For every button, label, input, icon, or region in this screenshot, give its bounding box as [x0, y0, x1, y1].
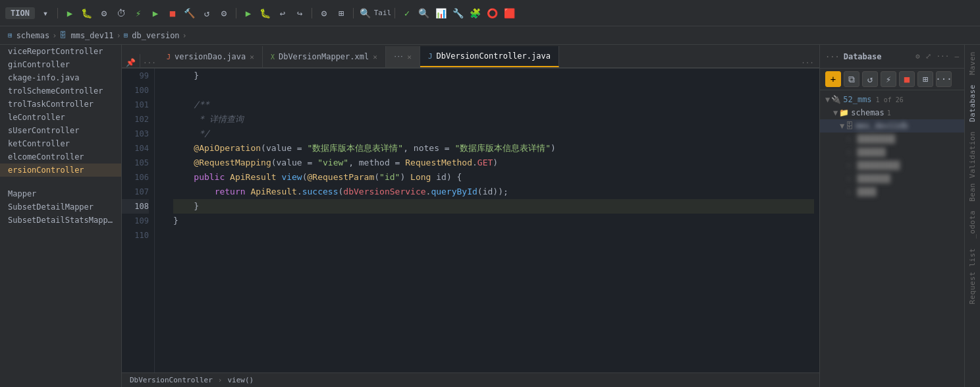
toolbar: TION ▾ ▶ 🐛 ⚙ ⏱ ⚡ ▶ ■ 🔨 ↺ ⚙ ▶ 🐛 ↩ ↪ ⚙ ⊞ 🔍…	[0, 0, 980, 26]
line-num-101: 101	[122, 98, 149, 112]
code-line-105: @RequestMapping(value = "view", method =…	[173, 156, 814, 170]
vtab-beanvalidation[interactable]: Bean Validation	[966, 127, 979, 206]
db-sub2-label: ██████	[857, 148, 885, 157]
tab-blurred[interactable]: ··· ✕	[386, 46, 420, 67]
sidebar-item-8[interactable]: elcomeController	[0, 150, 121, 164]
run-icon[interactable]: ▶	[63, 7, 76, 20]
profile-icon[interactable]: ⏱	[115, 7, 128, 20]
sidebar-item-2[interactable]: ckage-info.java	[0, 71, 121, 84]
db-sub4-arrow: ›	[846, 174, 851, 183]
status-controller: DbVersionController	[130, 376, 213, 384]
settings2-icon[interactable]: ⚙	[317, 7, 331, 20]
build-icon[interactable]: 🔨	[183, 7, 196, 20]
sidebar-item-7[interactable]: ketController	[0, 137, 121, 150]
gutter	[155, 69, 168, 372]
run2-icon[interactable]: ⚡	[132, 7, 145, 20]
pin-icon[interactable]: 📌	[122, 58, 140, 67]
panel-more-icon[interactable]: ···	[937, 52, 950, 61]
file-sidebar: viceReportController ginController ckage…	[0, 45, 122, 387]
coverage-icon[interactable]: ⚙	[97, 7, 111, 20]
vtab-requestlist[interactable]: Request list	[966, 244, 979, 308]
stop-icon[interactable]: ■	[166, 7, 179, 20]
db-more-button[interactable]: ···	[936, 71, 952, 87]
tab-dbversionmapper[interactable]: X DbVersionMapper.xml ✕	[263, 46, 386, 67]
db-mmsdev11-row[interactable]: ▼ 🗄 mms_dev11db	[820, 119, 964, 133]
breadcrumb-version[interactable]: db_version	[132, 31, 179, 40]
tab-java-icon-0: J	[167, 53, 171, 61]
db-root-row[interactable]: ▼ 🔌 52_mms 1 of 26	[820, 93, 964, 106]
forward-icon[interactable]: ↪	[293, 7, 306, 20]
sidebar-item-3[interactable]: trolSchemeController	[0, 84, 121, 98]
tab-close-1[interactable]: ✕	[373, 53, 377, 61]
sidebar-item-11[interactable]: SubsetDetailMapper	[0, 200, 121, 214]
db-mmsdev11-arrow: ▼	[840, 121, 844, 131]
breadcrumb-schemas[interactable]: schemas	[16, 31, 50, 40]
panel-close-icon[interactable]: —	[954, 52, 959, 61]
toolbar-dropdown[interactable]: ▾	[39, 7, 52, 20]
line-num-100: 100	[122, 83, 149, 98]
plugin3-icon[interactable]: ⭕	[486, 7, 499, 20]
sidebar-item-6[interactable]: sUserController	[0, 124, 121, 137]
tab-end-icon[interactable]: ···	[796, 59, 819, 67]
tab-close-2[interactable]: ✕	[407, 53, 412, 61]
db-schemas-label: schemas	[851, 108, 885, 117]
toolbar-separator-2	[236, 8, 236, 18]
sidebar-item-12[interactable]: SubsetDetailStatsMapper	[0, 214, 121, 227]
status-sep: ›	[218, 376, 223, 384]
tab-more-icon[interactable]: ···	[140, 59, 159, 67]
tab-close-0[interactable]: ✕	[250, 53, 254, 61]
sidebar-item-9[interactable]: ersionController	[0, 164, 121, 177]
chart-icon[interactable]: 📊	[435, 7, 448, 20]
tail-label[interactable]: Tail	[376, 7, 389, 20]
sidebar-item-4[interactable]: trolTaskController	[0, 98, 121, 111]
code-editor: 99 100 101 102 103 104 105 106 107 108 1…	[122, 69, 819, 372]
grid-icon[interactable]: ⊞	[335, 7, 348, 20]
panel-settings-icon[interactable]: ⚙	[915, 52, 920, 61]
plugin4-icon[interactable]: 🟥	[503, 7, 516, 20]
sidebar-item-0[interactable]: viceReportController	[0, 45, 121, 58]
debug2-icon[interactable]: 🐛	[259, 7, 272, 20]
db-stop-button[interactable]: ■	[899, 71, 915, 87]
sync-icon[interactable]: ↺	[200, 7, 213, 20]
back-icon[interactable]: ↩	[276, 7, 289, 20]
panel-dots: ···	[825, 52, 840, 61]
tab-label-1: DbVersionMapper.xml	[279, 52, 369, 61]
db-copy-button[interactable]: ⧉	[844, 71, 859, 87]
tab-versiondao[interactable]: J versionDao.java ✕	[159, 46, 263, 67]
line-num-99: 99	[122, 69, 149, 83]
schema-icon: ⊞	[8, 31, 13, 40]
vertical-tabs: Maven Database Bean Validation _odota Re…	[964, 45, 980, 387]
line-num-103: 103	[122, 127, 149, 141]
vtab-database[interactable]: Database	[966, 80, 979, 126]
breadcrumb-sep-1: ›	[52, 31, 57, 40]
code-content[interactable]: } /** * 详情查询 */ @ApiOperation(value = "数…	[168, 69, 819, 372]
panel-expand-icon[interactable]: ⤢	[925, 52, 931, 61]
debug-icon[interactable]: 🐛	[80, 7, 94, 20]
db-sub2-arrow: ›	[846, 148, 851, 157]
editor-area: 📌 ··· J versionDao.java ✕ X DbVersionMap…	[122, 45, 819, 387]
db-schemas-row[interactable]: ▼ 📁 schemas 1	[820, 106, 964, 119]
sidebar-item-5[interactable]: leController	[0, 111, 121, 124]
db-table-button[interactable]: ⊞	[917, 71, 933, 87]
db-add-button[interactable]: +	[825, 71, 841, 87]
search2-icon[interactable]: 🔍	[418, 7, 431, 20]
tab-icon-active: J	[428, 52, 433, 61]
sidebar-item-10[interactable]: Mapper	[0, 187, 121, 200]
run3-icon[interactable]: ▶	[149, 7, 162, 20]
plugin2-icon[interactable]: 🧩	[469, 7, 482, 20]
sidebar-item-1[interactable]: ginController	[0, 58, 121, 71]
check-icon[interactable]: ✓	[400, 7, 414, 20]
tab-dbversioncontroller[interactable]: J DbVersionController.java	[420, 46, 559, 67]
code-line-106: public ApiResult view(@RequestParam("id"…	[173, 170, 814, 185]
vtab-odota[interactable]: _odota	[966, 206, 979, 243]
search-icon[interactable]: 🔍	[359, 7, 372, 20]
plugin1-icon[interactable]: 🔧	[452, 7, 465, 20]
run4-icon[interactable]: ▶	[242, 7, 255, 20]
panel-header: ··· Database ⚙ ⤢ ··· —	[820, 45, 964, 69]
settings-icon[interactable]: ⚙	[217, 7, 231, 20]
db-refresh-button[interactable]: ↺	[862, 71, 878, 87]
breadcrumb-db[interactable]: mms_dev11	[70, 31, 113, 40]
db-sync-button[interactable]: ⚡	[881, 71, 896, 87]
vtab-maven[interactable]: Maven	[966, 47, 979, 79]
database-panel: ··· Database ⚙ ⤢ ··· — + ⧉ ↺ ⚡ ■ ⊞ ··· ▼…	[819, 45, 964, 387]
